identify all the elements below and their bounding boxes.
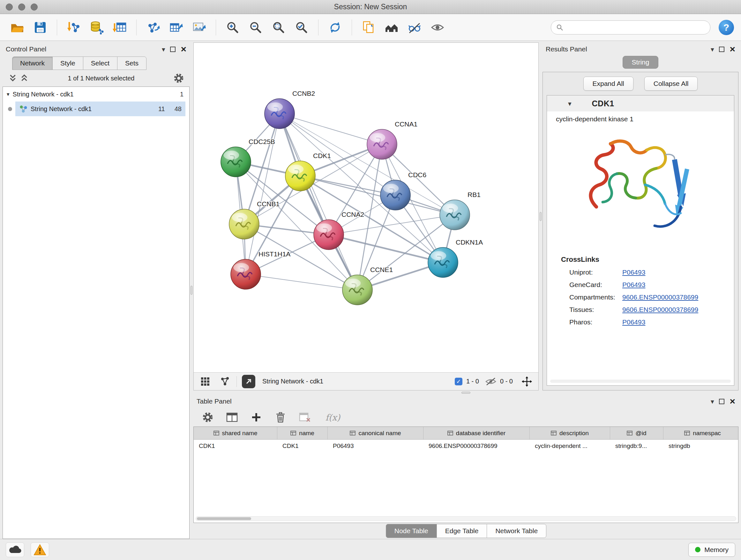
splitter-grip[interactable] bbox=[540, 212, 542, 221]
maximize-control-panel-button[interactable] bbox=[170, 47, 176, 52]
column-header-canonical-name[interactable]: canonical name bbox=[328, 427, 423, 439]
edge-CCNB2-CCNA1[interactable] bbox=[280, 114, 382, 144]
crosslink-link[interactable]: 9606.ENSP00000378699 bbox=[622, 294, 698, 301]
results-panel-splitter[interactable] bbox=[539, 43, 542, 390]
zoom-selected-button[interactable] bbox=[291, 17, 312, 38]
splitter-grip[interactable] bbox=[191, 286, 192, 295]
function-builder-button[interactable]: f(x) bbox=[322, 410, 344, 425]
table-tab-edge-table[interactable]: Edge Table bbox=[436, 524, 487, 538]
close-window-button[interactable] bbox=[6, 3, 13, 10]
gene-section-header[interactable]: ▾ CDK1 bbox=[547, 96, 734, 111]
export-table-button[interactable] bbox=[166, 17, 186, 38]
show-elements-button[interactable] bbox=[427, 17, 448, 38]
edge-CCNB2-CCNE1[interactable] bbox=[280, 114, 357, 290]
collapse-tree-button[interactable] bbox=[18, 72, 30, 84]
minimize-window-button[interactable] bbox=[18, 3, 25, 10]
control-panel-splitter[interactable] bbox=[190, 41, 193, 539]
column-header--id[interactable]: @id bbox=[610, 427, 664, 439]
table-cell[interactable]: CDK1 bbox=[277, 440, 328, 452]
column-header-shared-name[interactable]: shared name bbox=[194, 427, 277, 439]
search-input[interactable] bbox=[566, 23, 705, 31]
table-cell[interactable]: stringdb:9... bbox=[610, 440, 664, 452]
open-in-new-window-button[interactable] bbox=[242, 375, 255, 388]
copy-document-button[interactable] bbox=[358, 17, 379, 38]
import-table-button[interactable] bbox=[110, 17, 130, 38]
table-cell[interactable]: P06493 bbox=[328, 440, 423, 452]
network-node-CCNE1[interactable]: CCNE1 bbox=[342, 266, 393, 305]
network-node-CDC25B[interactable]: CDC25B bbox=[221, 138, 275, 177]
collapse-all-button[interactable]: Collapse All bbox=[644, 77, 698, 91]
table-row[interactable]: CDK1CDK1P064939606.ENSP00000378699cyclin… bbox=[194, 440, 738, 452]
close-control-panel-button[interactable]: × bbox=[181, 44, 186, 54]
tab-select[interactable]: Select bbox=[83, 57, 118, 70]
column-header-description[interactable]: description bbox=[530, 427, 610, 439]
network-node-RB1[interactable]: RB1 bbox=[440, 191, 481, 230]
table-cell[interactable]: CDK1 bbox=[194, 440, 277, 452]
tree-caret-icon[interactable]: ▾ bbox=[7, 91, 10, 98]
float-results-panel-button[interactable]: ▾ bbox=[711, 46, 714, 53]
edge-CCNB2-CCNB1[interactable] bbox=[244, 114, 280, 224]
refresh-layout-button[interactable] bbox=[325, 17, 345, 38]
tab-network[interactable]: Network bbox=[12, 57, 53, 70]
collapse-gene-icon[interactable]: ▾ bbox=[568, 100, 571, 107]
import-network-database-button[interactable] bbox=[86, 17, 107, 38]
home-button[interactable] bbox=[381, 17, 402, 38]
results-scrollbar[interactable] bbox=[550, 380, 731, 383]
export-image-button[interactable] bbox=[189, 17, 209, 38]
save-session-button[interactable] bbox=[30, 17, 51, 38]
table-tab-network-table[interactable]: Network Table bbox=[487, 524, 546, 538]
scrollbar-thumb[interactable] bbox=[197, 517, 251, 520]
network-collection-row[interactable]: ▾ String Network - cdk1 1 bbox=[3, 87, 189, 102]
delete-column-button[interactable] bbox=[273, 410, 288, 425]
table-cell[interactable]: stringdb bbox=[664, 440, 738, 452]
birdseye-view-button[interactable] bbox=[198, 374, 212, 388]
maximize-table-panel-button[interactable] bbox=[719, 399, 724, 404]
network-node-CCNA1[interactable]: CCNA1 bbox=[367, 120, 417, 159]
edge-CDK1-RB1[interactable] bbox=[300, 176, 455, 215]
network-options-button[interactable] bbox=[172, 72, 185, 84]
expand-tree-button[interactable] bbox=[7, 72, 18, 84]
network-node-CDKN1A[interactable]: CDKN1A bbox=[428, 239, 483, 277]
maximize-results-panel-button[interactable] bbox=[719, 47, 724, 52]
table-cell[interactable]: 9606.ENSP00000378699 bbox=[423, 440, 530, 452]
network-view[interactable]: CCNB2CCNA1CDC25BCDK1CDC6RB1CCNB1CCNA2CDK… bbox=[194, 43, 538, 372]
zoom-fit-button[interactable] bbox=[268, 17, 289, 38]
table-horizontal-scrollbar[interactable] bbox=[196, 516, 736, 521]
network-node-CDC6[interactable]: CDC6 bbox=[381, 171, 426, 210]
open-session-button[interactable] bbox=[7, 17, 27, 38]
network-node-CDK1[interactable]: CDK1 bbox=[285, 152, 331, 191]
column-header-name[interactable]: name bbox=[277, 427, 328, 439]
cloud-status-button[interactable] bbox=[6, 543, 24, 557]
float-control-panel-button[interactable]: ▾ bbox=[162, 46, 165, 53]
close-results-panel-button[interactable]: × bbox=[730, 44, 735, 54]
tab-sets[interactable]: Sets bbox=[117, 57, 146, 70]
export-network-button[interactable] bbox=[143, 17, 163, 38]
table-panel-splitter[interactable] bbox=[193, 390, 738, 395]
show-columns-button[interactable] bbox=[225, 410, 239, 425]
add-column-button[interactable] bbox=[249, 410, 264, 425]
memory-button[interactable]: Memory bbox=[688, 543, 735, 557]
hide-elements-button[interactable] bbox=[404, 17, 425, 38]
expand-all-button[interactable]: Expand All bbox=[583, 77, 633, 91]
crosslink-link[interactable]: P06493 bbox=[622, 281, 645, 289]
table-tab-node-table[interactable]: Node Table bbox=[386, 524, 437, 538]
network-overview-button[interactable] bbox=[217, 374, 231, 388]
edge-HIST1H1A-CCNE1[interactable] bbox=[246, 274, 357, 290]
network-row-selected[interactable]: String Network - cdk1 11 48 bbox=[15, 102, 185, 116]
crosslink-link[interactable]: P06493 bbox=[622, 318, 645, 326]
selected-checkbox-icon[interactable]: ✓ bbox=[455, 378, 462, 385]
pan-mode-button[interactable] bbox=[520, 374, 534, 388]
table-cell[interactable]: cyclin-dependent ... bbox=[530, 440, 610, 452]
import-network-file-button[interactable] bbox=[64, 17, 84, 38]
clear-table-button[interactable] bbox=[297, 410, 312, 425]
zoom-in-button[interactable] bbox=[222, 17, 243, 38]
zoom-window-button[interactable] bbox=[30, 3, 38, 10]
table-options-button[interactable] bbox=[200, 410, 215, 425]
column-header-namespac[interactable]: namespac bbox=[664, 427, 738, 439]
zoom-out-button[interactable] bbox=[246, 17, 266, 38]
warnings-button[interactable] bbox=[30, 543, 49, 557]
network-node-CCNB2[interactable]: CCNB2 bbox=[265, 90, 315, 129]
network-node-HIST1H1A[interactable]: HIST1H1A bbox=[231, 250, 290, 289]
network-node-CCNB1[interactable]: CCNB1 bbox=[229, 200, 280, 239]
help-button[interactable]: ? bbox=[719, 20, 734, 35]
